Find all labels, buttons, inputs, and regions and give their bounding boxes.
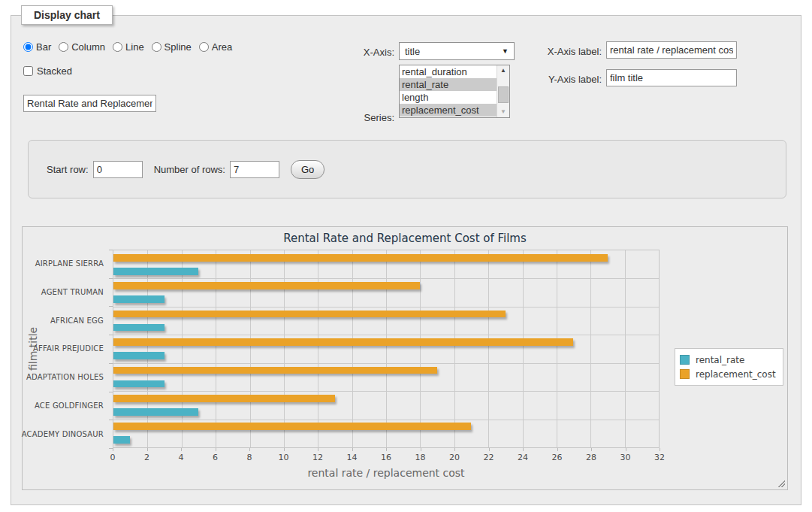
category-label: ADAPTATION HOLES [23,363,104,392]
x-axis-label-input[interactable] [606,41,737,59]
y-tick-mark [109,335,113,335]
stacked-checkbox-row: Stacked [23,65,72,77]
category-label: AIRPLANE SIERRA [23,250,104,278]
x-tick-mark [523,448,524,451]
bar-replacement_cost [113,254,608,262]
legend-swatch-replacement_cost [680,369,690,379]
series-multiselect[interactable]: rental_durationrental_ratelengthreplacem… [399,65,510,118]
y-tick-mark [109,420,113,420]
radio-label: Column [71,41,105,53]
chart-type-radios: BarColumnLineSplineArea [23,41,237,53]
num-rows-input[interactable] [230,161,279,178]
bar-rental_rate [113,268,198,275]
legend-row: replacement_cost [680,367,776,381]
series-option-rental_rate[interactable]: rental_rate [400,78,497,91]
bar-rental_rate [113,295,165,303]
radio-bar[interactable] [23,42,33,52]
rows-panel: Start row: Number of rows: Go [28,140,786,198]
y-tick-mark [109,448,113,449]
x-tick-label: 26 [552,453,563,462]
radio-area[interactable] [199,42,209,52]
category-label: AGENT TRUMAN [23,278,104,307]
chart-type-radio-area[interactable]: Area [199,41,232,53]
panel-legend: Display chart [21,5,113,25]
radio-spline[interactable] [152,42,161,52]
chart-container: Rental Rate and Replacement Cost of Film… [22,226,788,490]
x-axis-label-label: X-Axis label: [507,46,602,57]
start-row-label: Start row: [47,164,89,175]
category-band [113,420,659,447]
x-tick-label: 12 [312,453,323,462]
radio-label: Line [125,41,144,53]
legend-row: rental_rate [680,353,776,367]
radio-line[interactable] [113,42,122,52]
y-axis-label-input[interactable] [606,69,737,86]
series-option-replacement_cost[interactable]: replacement_cost [400,104,497,117]
bar-rental_rate [113,324,165,332]
bar-rental_rate [113,352,165,359]
x-tick-label: 30 [620,453,631,462]
x-axis-select[interactable]: title ▼ [399,42,515,60]
x-tick-label: 18 [415,453,426,462]
y-tick-mark [109,306,113,307]
chart-type-radio-bar[interactable]: Bar [23,41,51,53]
x-tick-mark [181,448,182,451]
x-tick-label: 8 [247,453,252,462]
x-tick-mark [249,448,250,451]
x-tick-label: 10 [279,453,289,462]
y-tick-mark [109,250,113,250]
legend-label: replacement_cost [696,369,776,380]
x-axis-select-value: title [405,46,420,57]
num-rows-label: Number of rows: [154,164,225,175]
resize-handle-icon[interactable] [777,479,785,487]
x-tick-mark [557,448,558,451]
series-list-label: Series: [312,112,394,123]
x-tick-mark [591,448,592,451]
scrollbar-down-icon[interactable]: ▼ [497,107,509,117]
category-band [113,307,659,335]
category-label: ACADEMY DINOSAUR [23,420,104,448]
category-label: AFFAIR PREJUDICE [23,335,104,363]
category-band [113,335,659,362]
x-tick-mark [386,448,387,451]
x-tick-label: 28 [586,453,596,462]
series-option-length[interactable]: length [400,91,497,104]
category-band [113,278,659,306]
stacked-checkbox[interactable] [23,66,33,76]
start-row-input[interactable] [93,161,143,178]
x-tick-mark [626,448,626,451]
category-band [113,363,659,391]
category-band [113,391,659,419]
x-axis-select-label: X-Axis: [312,47,394,58]
x-tick-mark [284,448,285,451]
x-tick-mark [489,448,490,451]
plot-area [113,250,660,448]
x-tick-label: 2 [144,453,149,462]
radio-column[interactable] [59,42,68,52]
legend-label: rental_rate [696,355,744,365]
radio-label: Area [212,41,232,53]
chart-legend: rental_ratereplacement_cost [675,348,783,386]
display-chart-panel: Display chart BarColumnLineSplineArea St… [11,15,801,505]
x-tick-label: 0 [110,453,116,462]
bar-replacement_cost [113,367,437,374]
radio-label: Bar [36,41,51,53]
bar-replacement_cost [113,423,471,430]
x-tick-label: 32 [654,453,665,462]
chart-title-input[interactable] [23,95,156,112]
x-tick-label: 14 [347,453,358,462]
stacked-label[interactable]: Stacked [37,65,72,77]
scrollbar-thumb[interactable] [498,86,509,103]
chart-type-radio-column[interactable]: Column [59,41,105,53]
series-option-rental_duration[interactable]: rental_duration [400,65,497,78]
x-tick-label: 16 [381,453,391,462]
chart-title: Rental Rate and Replacement Cost of Film… [23,232,787,245]
category-labels: AIRPLANE SIERRAAGENT TRUMANAFRICAN EGGAF… [23,250,108,448]
x-tick-mark [660,448,660,451]
x-tick-label: 20 [449,453,460,462]
x-tick-mark [216,448,216,451]
go-button[interactable]: Go [291,160,324,179]
chart-type-radio-spline[interactable]: Spline [152,41,192,53]
x-axis-title: rental rate / replacement cost [113,467,660,479]
chart-type-radio-line[interactable]: Line [113,41,144,53]
